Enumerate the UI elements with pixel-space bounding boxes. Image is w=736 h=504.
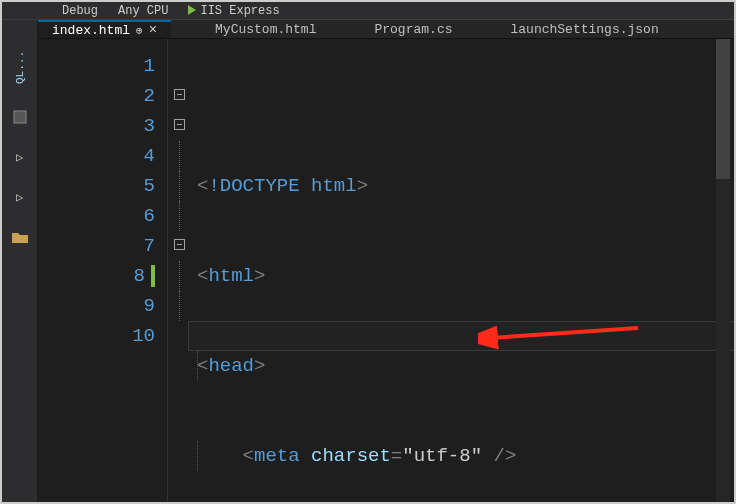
doctype-kw: !DOCTYPE xyxy=(208,175,299,197)
fold-guide-line xyxy=(179,171,180,201)
tab-program-cs[interactable]: Program.cs xyxy=(360,20,466,38)
line-number: 3 xyxy=(38,111,155,141)
current-line-highlight xyxy=(188,321,736,351)
attr-charset: charset xyxy=(311,445,391,467)
tool-window-icon[interactable] xyxy=(11,110,29,124)
fold-toggle-icon[interactable] xyxy=(174,119,185,130)
triangle-right-icon[interactable]: ▷ xyxy=(11,150,29,164)
pin-icon[interactable]: ⊕ xyxy=(136,24,143,37)
folder-icon[interactable] xyxy=(11,230,29,244)
tag-head-open: head xyxy=(208,355,254,377)
fold-guide-line xyxy=(179,201,180,231)
fold-toggle-icon[interactable] xyxy=(174,89,185,100)
fold-guide-line xyxy=(179,141,180,171)
tab-launchsettings-json[interactable]: launchSettings.json xyxy=(496,20,672,38)
play-icon xyxy=(188,5,196,15)
line-number-gutter: 12345678910 xyxy=(38,39,168,504)
panel-label[interactable]: QL... xyxy=(14,54,26,84)
tab-label: launchSettings.json xyxy=(510,22,658,37)
line-number: 5 xyxy=(38,171,155,201)
line-number: 4 xyxy=(38,141,155,171)
change-mark xyxy=(151,265,155,287)
line-number: 6 xyxy=(38,201,155,231)
code-editor[interactable]: <!DOCTYPE html> <html> <head> <meta char… xyxy=(190,39,734,504)
tab-label: MyCustom.html xyxy=(215,22,316,37)
triangle-right-icon[interactable]: ▷ xyxy=(11,190,29,204)
line-number: 1 xyxy=(38,51,155,81)
fold-guide-line xyxy=(179,261,180,291)
line-number: 10 xyxy=(38,321,155,351)
close-icon[interactable]: × xyxy=(149,22,157,38)
line-number: 8 xyxy=(38,261,155,291)
tab-index-html[interactable]: index.html ⊕ × xyxy=(38,20,171,38)
fold-toggle-icon[interactable] xyxy=(174,239,185,250)
tab-label: Program.cs xyxy=(374,22,452,37)
fold-column[interactable] xyxy=(168,39,190,504)
line-number: 7 xyxy=(38,231,155,261)
tab-label: index.html xyxy=(52,23,130,38)
line-number: 2 xyxy=(38,81,155,111)
line-number: 9 xyxy=(38,291,155,321)
run-label: IIS Express xyxy=(200,4,279,18)
tab-bar: index.html ⊕ × MyCustom.html Program.cs … xyxy=(38,20,734,39)
config-dropdown[interactable]: Debug xyxy=(62,4,98,18)
tag-meta: meta xyxy=(254,445,300,467)
tab-mycustom-html[interactable]: MyCustom.html xyxy=(201,20,330,38)
platform-dropdown[interactable]: Any CPU xyxy=(118,4,168,18)
charset-value: "utf-8" xyxy=(402,445,482,467)
svg-rect-0 xyxy=(14,111,26,123)
fold-guide-line xyxy=(179,291,180,321)
run-button[interactable]: IIS Express xyxy=(188,4,279,18)
html-kw: html xyxy=(311,175,357,197)
top-toolbar: Debug Any CPU IIS Express xyxy=(2,2,734,20)
tag-html-open: html xyxy=(208,265,254,287)
activity-bar: QL... ▷ ▷ xyxy=(2,20,38,502)
scrollbar-thumb[interactable] xyxy=(716,39,730,179)
